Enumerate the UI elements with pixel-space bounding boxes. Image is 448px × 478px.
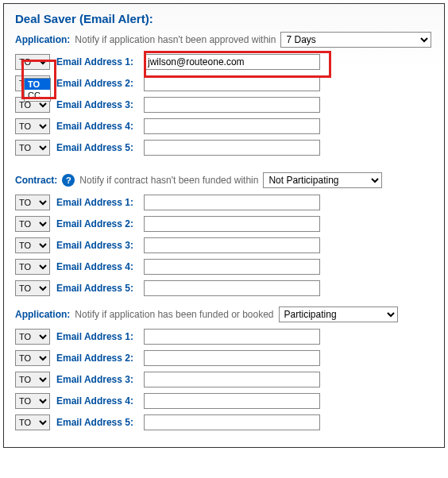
field-label: Email Address 1:	[56, 197, 137, 208]
email-input[interactable]	[144, 329, 320, 345]
email-row: TO Email Address 2:	[15, 350, 433, 366]
email-input[interactable]	[144, 393, 320, 409]
email-row-3: TO Email Address 3:	[15, 97, 433, 113]
field-label: Email Address 2:	[56, 78, 137, 89]
field-label: Email Address 5:	[56, 283, 137, 294]
field-label: Email Address 4:	[56, 261, 137, 272]
field-label: Email Address 1:	[56, 56, 137, 67]
recipient-type-select[interactable]: TO	[15, 350, 50, 366]
recipient-type-select[interactable]: TO	[15, 414, 50, 430]
email-row: TO Email Address 3:	[15, 237, 433, 253]
recipient-type-select[interactable]: TO	[15, 195, 50, 210]
recipient-type-select[interactable]: TO	[15, 216, 50, 232]
recipient-type-select[interactable]: TO	[15, 372, 50, 387]
field-label: Email Address 3:	[56, 374, 137, 385]
email-row-2: TO Email Address 2:	[15, 75, 433, 91]
email-row: TO Email Address 4:	[15, 259, 433, 275]
help-icon[interactable]: ?	[62, 174, 75, 187]
recipient-type-select[interactable]: TO	[15, 140, 50, 156]
deal-saver-panel: Deal Saver (Email Alert): Application No…	[3, 3, 445, 448]
email-row: TO Email Address 4:	[15, 393, 433, 409]
email-input-3[interactable]	[144, 97, 320, 113]
notify-text: Notify if application hasn't been approv…	[75, 34, 276, 45]
email-row: TO Email Address 5:	[15, 280, 433, 296]
email-input[interactable]	[144, 195, 320, 210]
field-label: Email Address 2:	[56, 218, 137, 229]
field-label: Email Address 3:	[56, 240, 137, 251]
recipient-type-select[interactable]: TO	[15, 54, 50, 70]
dropdown-option-cc[interactable]: CC	[25, 90, 50, 101]
recipient-type-select[interactable]: TO	[15, 329, 50, 345]
email-row: TO Email Address 2:	[15, 216, 433, 232]
recipient-type-select[interactable]: TO	[15, 259, 50, 275]
dropdown-option-to[interactable]: TO	[25, 79, 50, 90]
email-input-4[interactable]	[144, 118, 320, 134]
email-row: TO Email Address 3:	[15, 372, 433, 387]
email-input-1[interactable]	[144, 54, 320, 70]
section-application-header: Application Notify if application hasn't…	[15, 32, 433, 48]
email-input[interactable]	[144, 372, 320, 387]
email-input[interactable]	[144, 237, 320, 253]
section-label: Application	[15, 309, 70, 320]
field-label: Email Address 5:	[56, 417, 137, 428]
field-label: Email Address 4:	[56, 121, 137, 132]
field-label: Email Address 1:	[56, 331, 137, 342]
field-label: Email Address 4:	[56, 395, 137, 407]
email-row: TO Email Address 1:	[15, 195, 433, 210]
email-input[interactable]	[144, 350, 320, 366]
recipient-type-dropdown-open[interactable]: TO CC	[24, 78, 51, 102]
email-input[interactable]	[144, 216, 320, 232]
section-contract-header: Contract ? Notify if contract hasn't bee…	[15, 172, 433, 188]
recipient-type-select[interactable]: TO	[15, 280, 50, 296]
contract-select[interactable]: Not Participating	[263, 172, 382, 188]
email-row: TO Email Address 1:	[15, 329, 433, 345]
email-input[interactable]	[144, 280, 320, 296]
email-row-5: TO Email Address 5:	[15, 140, 433, 156]
recipient-type-select[interactable]: TO	[15, 118, 50, 134]
email-input[interactable]	[144, 414, 320, 430]
email-row: TO Email Address 5:	[15, 414, 433, 430]
email-row-1: TO Email Address 1:	[15, 54, 433, 70]
field-label: Email Address 5:	[56, 142, 137, 153]
recipient-type-select[interactable]: TO	[15, 237, 50, 253]
field-label: Email Address 3:	[56, 99, 137, 110]
field-label: Email Address 2:	[56, 353, 137, 364]
email-input-2[interactable]	[144, 75, 320, 91]
notify-text: Notify if contract hasn't been funded wi…	[79, 175, 258, 186]
section-application2-header: Application Notify if application has be…	[15, 306, 433, 322]
email-input-5[interactable]	[144, 140, 320, 156]
notify-text: Notify if application has been funded or…	[75, 309, 273, 320]
recipient-type-select[interactable]: TO	[15, 393, 50, 409]
email-row-4: TO Email Address 4:	[15, 118, 433, 134]
email-input[interactable]	[144, 259, 320, 275]
approved-within-select[interactable]: 7 Days	[280, 32, 431, 48]
funded-select[interactable]: Participating	[279, 306, 398, 322]
section-label: Contract	[15, 175, 57, 186]
section-label: Application	[15, 34, 70, 45]
panel-title: Deal Saver (Email Alert):	[15, 12, 433, 25]
